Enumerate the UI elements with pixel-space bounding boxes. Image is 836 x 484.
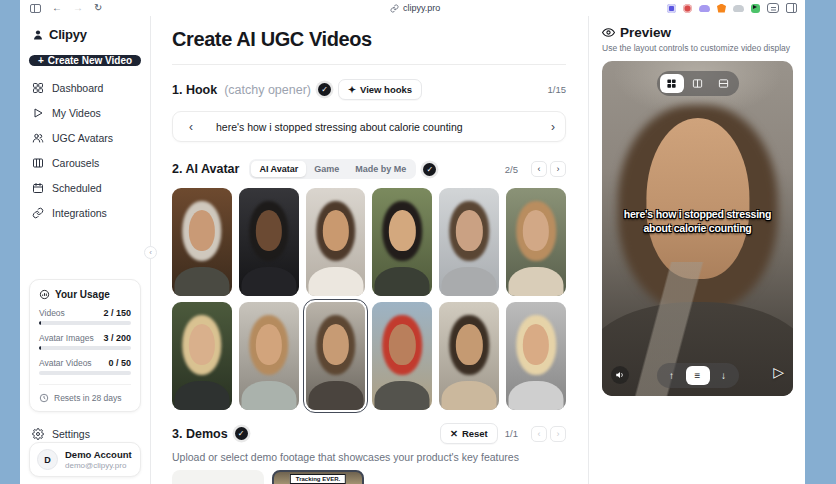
app-logo-text: Clipyy [49,27,87,42]
reset-label: Reset [462,428,488,439]
usage-gauge-icon [39,289,50,300]
avatar-woman-long-dark-hair[interactable] [306,188,366,296]
layout-horizontal-split-button[interactable] [712,74,736,93]
demo-thumbnails: Tracking EVER. [172,470,566,484]
tab-game[interactable]: Game [306,161,347,177]
sidebar-item-integrations[interactable]: Integrations [29,205,141,221]
carousels-icon [32,157,44,169]
avatar-woman-car-brown-hair[interactable] [306,302,366,410]
avatar-woman-glasses-cafe[interactable] [506,188,566,296]
my-videos-icon [32,107,44,119]
video-preview[interactable]: here's how i stopped stressing about cal… [602,61,793,396]
layout-vertical-split-button[interactable] [686,74,710,93]
lavender-cloud-extension-icon[interactable] [699,5,710,12]
demos-prev-button[interactable]: ‹ [531,426,547,442]
purple-square-extension-icon[interactable] [667,4,676,13]
avatar-woman-gray-tshirt[interactable] [439,188,499,296]
layout-grid-button[interactable] [660,74,684,93]
layout-controls [657,71,739,96]
extensions-menu-icon[interactable] [767,3,779,13]
avatar-counter: 2/5 [505,164,518,175]
view-hooks-label: View hooks [360,84,412,95]
create-new-video-button[interactable]: + Create New Video [29,55,141,66]
tab-ai-avatar[interactable]: AI Avatar [251,161,306,177]
hook-counter: 1/15 [548,84,567,95]
demos-next-button[interactable]: › [550,426,566,442]
usage-title: Your Usage [55,289,110,300]
red-circle-extension-icon[interactable] [683,4,692,13]
eye-icon [602,26,615,39]
app-logo[interactable]: Clipyy [29,27,141,42]
avatar-older-man-restaurant[interactable] [172,188,232,296]
sidebar-item-label: Carousels [52,157,99,169]
sidebar-collapse-button[interactable]: ‹ [144,246,157,259]
sidebar-item-carousels[interactable]: Carousels [29,155,141,171]
back-icon[interactable]: ← [52,3,62,13]
ugc-avatars-icon [32,132,44,144]
usage-progress-bar [39,371,131,375]
settings-label: Settings [52,428,90,440]
usage-progress-bar [39,346,131,350]
avatar-man-red-cap[interactable] [372,302,432,410]
close-icon: ✕ [450,428,458,439]
forward-icon[interactable]: → [73,3,83,13]
avatar-woman-blonde-forest[interactable] [172,302,232,410]
avatar-woman-blonde-shocked[interactable] [506,302,566,410]
play-button[interactable]: ▷ [773,365,784,379]
refresh-icon[interactable]: ↻ [94,3,102,13]
avatar-section-header: 2. AI Avatar AI AvatarGameMade by Me ✓ 2… [172,159,566,179]
gray-cloud-extension-icon[interactable] [733,5,744,12]
avatar-prev-button[interactable]: ‹ [531,161,547,177]
sidebar-settings: Settings [29,426,141,442]
hook-complete-check-icon: ✓ [318,83,331,96]
usage-value: 3 / 200 [103,333,131,343]
extension-icons [667,4,760,13]
tab-made-by-me[interactable]: Made by Me [347,161,414,177]
tab-overview-icon[interactable] [30,4,41,13]
link-icon [390,4,399,13]
browser-sidebar-icon[interactable] [786,3,797,13]
avatar-man-dreadlocks-car[interactable] [239,188,299,296]
sidebar-item-label: Dashboard [52,82,103,94]
sidebar-item-label: Integrations [52,207,107,219]
caption-down-button[interactable]: ↓ [712,366,736,385]
sidebar-item-settings[interactable]: Settings [29,426,141,442]
sidebar-item-ugc-avatars[interactable]: UGC Avatars [29,130,141,146]
account-card[interactable]: D Demo Account demo@clipyy.pro [29,442,141,477]
hook-heading: 1. Hook [172,83,217,97]
demo-thumbnail-banner: Tracking EVER. [290,474,346,484]
hook-next-button[interactable]: › [539,120,555,134]
view-hooks-button[interactable]: ✦ View hooks [338,79,422,100]
demo-thumbnail-tracking[interactable]: Tracking EVER. [272,470,364,484]
hook-input[interactable]: ‹ here's how i stopped stressing about c… [172,111,566,142]
avatar-grid [172,188,566,410]
usage-label: Avatar Images [39,333,94,343]
avatar-next-button[interactable]: › [550,161,566,177]
gear-icon [32,428,44,440]
reset-demos-button[interactable]: ✕ Reset [440,423,498,444]
avatar-woman-outdoor-selfie[interactable] [372,188,432,296]
green-cursor-extension-icon[interactable] [751,4,760,13]
sidebar-item-scheduled[interactable]: Scheduled [29,180,141,196]
address-bar[interactable]: clipyy.pro [390,0,440,16]
hook-prev-button[interactable]: ‹ [183,120,199,134]
sidebar-item-my-videos[interactable]: My Videos [29,105,141,121]
sidebar-item-label: My Videos [52,107,101,119]
caption-up-button[interactable]: ↑ [660,366,684,385]
usage-label: Avatar Videos [39,358,92,368]
grid-layout-icon [666,78,677,89]
sidebar-item-label: Scheduled [52,182,102,194]
preview-panel: Preview Use the layout controls to custo… [588,16,805,484]
url-text: clipyy.pro [403,3,440,13]
sidebar: Clipyy + Create New Video DashboardMy Vi… [20,16,151,484]
caption-center-button[interactable]: ≡ [686,366,710,385]
avatar-man-beige-hoodie[interactable] [439,302,499,410]
preview-controls: ↑ ≡ ↓ ▷ [602,363,793,388]
mute-button[interactable] [611,366,629,384]
hook-section-header: 1. Hook (catchy opener) ✓ ✦ View hooks 1… [172,79,566,100]
usage-value: 0 / 50 [108,358,131,368]
metamask-fox-extension-icon[interactable] [717,4,726,13]
sidebar-item-dashboard[interactable]: Dashboard [29,80,141,96]
demo-thumbnail-blank[interactable] [172,470,264,484]
avatar-woman-car-surprised[interactable] [239,302,299,410]
